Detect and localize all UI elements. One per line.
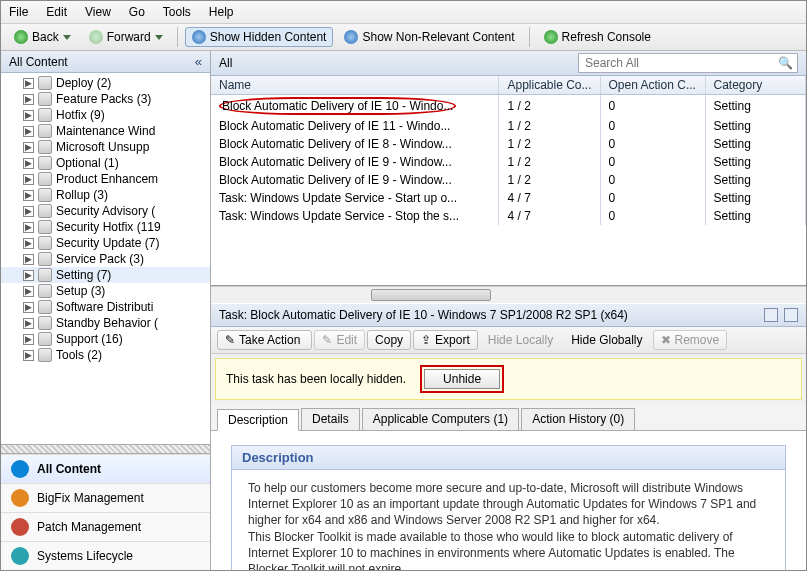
- tree-item[interactable]: ▶Setting (7): [1, 267, 210, 283]
- forward-button[interactable]: Forward: [82, 27, 170, 47]
- unhide-button[interactable]: Unhide: [424, 369, 500, 389]
- collapse-icon[interactable]: «: [195, 54, 202, 69]
- col-download[interactable]: Dowr: [805, 76, 806, 95]
- cell-name: Block Automatic Delivery of IE 9 - Windo…: [211, 153, 499, 171]
- tree-item[interactable]: ▶Security Advisory (: [1, 203, 210, 219]
- menu-file[interactable]: File: [7, 3, 30, 21]
- hide-locally-button[interactable]: Hide Locally: [480, 330, 561, 350]
- hide-globally-button[interactable]: Hide Globally: [563, 330, 650, 350]
- table-row[interactable]: Task: Windows Update Service - Start up …: [211, 189, 806, 207]
- back-button[interactable]: Back: [7, 27, 78, 47]
- tree-item[interactable]: ▶Maintenance Wind: [1, 123, 210, 139]
- notice-text: This task has been locally hidden.: [226, 372, 406, 386]
- menu-help[interactable]: Help: [207, 3, 236, 21]
- tree-label: Product Enhancem: [56, 172, 158, 186]
- expand-icon[interactable]: ▶: [23, 94, 34, 105]
- table-row[interactable]: Block Automatic Delivery of IE 8 - Windo…: [211, 135, 806, 153]
- description-panel: Description To help our customers become…: [211, 431, 806, 570]
- expand-icon[interactable]: ▶: [23, 142, 34, 153]
- tree-item[interactable]: ▶Support (16): [1, 331, 210, 347]
- copy-button[interactable]: Copy: [367, 330, 411, 350]
- table-row[interactable]: Block Automatic Delivery of IE 11 - Wind…: [211, 117, 806, 135]
- expand-icon[interactable]: ▶: [23, 334, 34, 345]
- table-row[interactable]: Block Automatic Delivery of IE 10 - Wind…: [211, 95, 806, 118]
- tree-item[interactable]: ▶Standby Behavior (: [1, 315, 210, 331]
- expand-icon[interactable]: ▶: [23, 270, 34, 281]
- tree-item[interactable]: ▶Software Distributi: [1, 299, 210, 315]
- menu-tools[interactable]: Tools: [161, 3, 193, 21]
- expand-icon[interactable]: ▶: [23, 158, 34, 169]
- chevron-down-icon: [63, 35, 71, 40]
- search-box[interactable]: 🔍: [578, 53, 798, 73]
- nav-pane[interactable]: Systems Lifecycle: [1, 541, 210, 570]
- remove-button[interactable]: ✖ Remove: [653, 330, 728, 350]
- tab-description[interactable]: Description: [217, 409, 299, 431]
- tree-item[interactable]: ▶Rollup (3): [1, 187, 210, 203]
- take-action-button[interactable]: ✎ Take Action: [217, 330, 312, 350]
- search-input[interactable]: [583, 55, 778, 71]
- tree-item[interactable]: ▶Hotfix (9): [1, 107, 210, 123]
- hidden-notice: This task has been locally hidden. Unhid…: [215, 358, 802, 400]
- export-button[interactable]: ⇪ Export: [413, 330, 478, 350]
- expand-icon[interactable]: ▶: [23, 254, 34, 265]
- menu-view[interactable]: View: [83, 3, 113, 21]
- show-nonrelevant-button[interactable]: Show Non-Relevant Content: [337, 27, 521, 47]
- tree-item[interactable]: ▶Service Pack (3): [1, 251, 210, 267]
- folder-icon: [38, 332, 52, 346]
- refresh-button[interactable]: Refresh Console: [537, 27, 658, 47]
- forward-label: Forward: [107, 30, 151, 44]
- popout-icon[interactable]: [764, 308, 778, 322]
- highlight-annotation: Block Automatic Delivery of IE 10 - Wind…: [219, 97, 456, 115]
- table-row[interactable]: Block Automatic Delivery of IE 9 - Windo…: [211, 171, 806, 189]
- tree-item[interactable]: ▶Optional (1): [1, 155, 210, 171]
- folder-icon: [38, 188, 52, 202]
- tree-item[interactable]: ▶Deploy (2): [1, 75, 210, 91]
- tree-item[interactable]: ▶Setup (3): [1, 283, 210, 299]
- nav-pane[interactable]: Patch Management: [1, 512, 210, 541]
- expand-icon[interactable]: ▶: [23, 302, 34, 313]
- expand-icon[interactable]: ▶: [23, 190, 34, 201]
- scroll-thumb[interactable]: [371, 289, 491, 301]
- highlight-annotation: Unhide: [420, 365, 504, 393]
- col-name[interactable]: Name: [211, 76, 499, 95]
- show-hidden-button[interactable]: Show Hidden Content: [185, 27, 334, 47]
- expand-icon[interactable]: ▶: [23, 350, 34, 361]
- edit-button[interactable]: ✎ Edit: [314, 330, 365, 350]
- expand-icon[interactable]: ▶: [23, 318, 34, 329]
- expand-icon[interactable]: ▶: [23, 286, 34, 297]
- expand-icon[interactable]: ▶: [23, 126, 34, 137]
- col-openaction[interactable]: Open Action C...: [600, 76, 705, 95]
- tree-item[interactable]: ▶Product Enhancem: [1, 171, 210, 187]
- col-category[interactable]: Category: [705, 76, 805, 95]
- nav-pane[interactable]: BigFix Management: [1, 483, 210, 512]
- tree-item[interactable]: ▶Microsoft Unsupp: [1, 139, 210, 155]
- folder-icon: [38, 348, 52, 362]
- expand-icon[interactable]: ▶: [23, 238, 34, 249]
- tree-item[interactable]: ▶Security Hotfix (119: [1, 219, 210, 235]
- col-applicable[interactable]: Applicable Co...: [499, 76, 600, 95]
- table-row[interactable]: Block Automatic Delivery of IE 9 - Windo…: [211, 153, 806, 171]
- tab-actionhistory[interactable]: Action History (0): [521, 408, 635, 430]
- expand-icon[interactable]: ▶: [23, 206, 34, 217]
- menu-go[interactable]: Go: [127, 3, 147, 21]
- table-row[interactable]: Task: Windows Update Service - Stop the …: [211, 207, 806, 225]
- expand-icon[interactable]: ▶: [23, 174, 34, 185]
- expand-icon[interactable]: ▶: [23, 222, 34, 233]
- tree-item[interactable]: ▶Security Update (7): [1, 235, 210, 251]
- expand-icon[interactable]: ▶: [23, 110, 34, 121]
- tree-label: Security Update (7): [56, 236, 159, 250]
- menu-edit[interactable]: Edit: [44, 3, 69, 21]
- cell-applicable: 1 / 2: [499, 135, 600, 153]
- take-action-label: Take Action: [239, 333, 300, 347]
- separator: [177, 27, 178, 47]
- expand-icon[interactable]: ▶: [23, 78, 34, 89]
- splitter[interactable]: [1, 444, 210, 454]
- tab-applicable[interactable]: Applicable Computers (1): [362, 408, 519, 430]
- nav-pane[interactable]: All Content: [1, 454, 210, 483]
- tree-item[interactable]: ▶Feature Packs (3): [1, 91, 210, 107]
- tab-details[interactable]: Details: [301, 408, 360, 430]
- tree-item[interactable]: ▶Tools (2): [1, 347, 210, 363]
- close-icon[interactable]: [784, 308, 798, 322]
- search-icon[interactable]: 🔍: [778, 56, 793, 70]
- hscrollbar[interactable]: [211, 286, 806, 303]
